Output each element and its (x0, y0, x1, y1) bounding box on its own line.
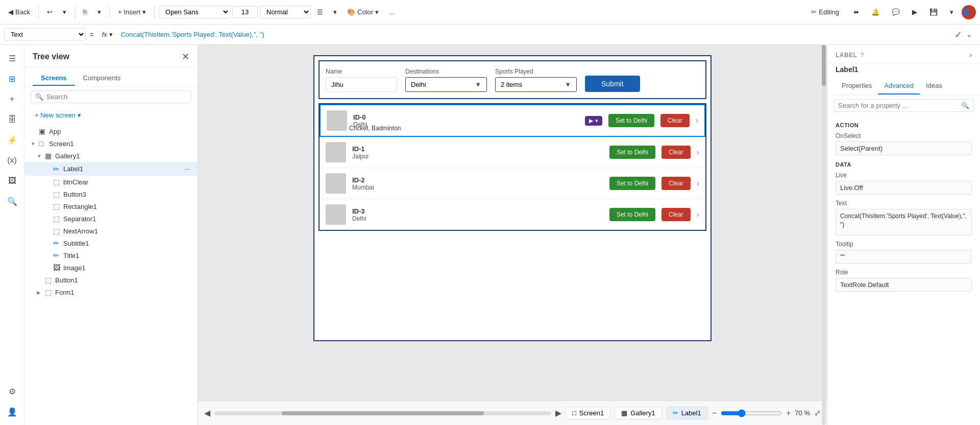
destinations-select[interactable]: Delhi ▼ (405, 77, 487, 92)
tree-item-nextarrow1[interactable]: ⬚ NextArrow1 (24, 225, 198, 237)
new-screen-button[interactable]: + New screen ▾ (31, 109, 191, 121)
label1-tab[interactable]: ✏ Label1 (666, 407, 708, 419)
clear-button-2[interactable]: Clear (662, 177, 691, 190)
tree-item-screen1[interactable]: ▼ □ Screen1 (24, 137, 198, 150)
set-delhi-button-1[interactable]: Set to Delhi (609, 146, 655, 159)
gallery-arrow-0[interactable]: › (696, 116, 698, 125)
tooltip-value[interactable]: "" (836, 250, 972, 264)
font-select[interactable]: Open Sans (159, 6, 230, 18)
chat-button[interactable]: 💬 (888, 6, 904, 18)
play-button[interactable]: ▶ (908, 6, 921, 18)
gallery-arrow-1[interactable]: › (697, 148, 699, 157)
play-badge[interactable]: ▶ ▾ (585, 116, 602, 126)
set-delhi-button-2[interactable]: Set to Delhi (609, 177, 655, 190)
right-panel-expand-button[interactable]: › (970, 51, 972, 59)
sidebar-data-icon[interactable]: 🗄 (3, 110, 21, 129)
tree-item-button1[interactable]: ⬚ Button1 (24, 274, 198, 286)
style-select[interactable]: Normal (260, 6, 311, 18)
tree-search-input[interactable] (46, 93, 187, 101)
clear-button-0[interactable]: Clear (660, 114, 690, 127)
scroll-left-button[interactable]: ◀ (204, 408, 210, 418)
formula-dropdown[interactable]: Text (4, 28, 86, 41)
more-button[interactable]: ... (385, 6, 399, 18)
insert-button[interactable]: + Insert ▾ (114, 6, 150, 18)
zoom-slider[interactable] (721, 409, 782, 417)
tree-item-separator1[interactable]: ⬚ Separator1 (24, 212, 198, 225)
label1-more-button[interactable]: ··· (184, 164, 191, 174)
tree-item-app[interactable]: ▣ App (24, 125, 198, 137)
role-value[interactable]: TextRole.Default (836, 278, 972, 292)
align-dropdown[interactable]: ▾ (329, 6, 341, 18)
sports-select[interactable]: 2 items ▼ (495, 77, 577, 92)
font-size-input[interactable] (232, 6, 258, 18)
formula-fx-button[interactable]: fx ▾ (98, 29, 117, 40)
sidebar-insert-icon[interactable]: + (3, 90, 21, 108)
text-prop-value[interactable]: Concat(ThisItem.'Sports Played', Text(Va… (836, 209, 972, 235)
sidebar-media-icon[interactable]: 🖼 (3, 172, 21, 190)
zoom-in-button[interactable]: + (786, 409, 791, 418)
color-button[interactable]: 🎨 Color ▾ (343, 6, 383, 18)
zoom-out-button[interactable]: − (712, 409, 717, 418)
user-button[interactable]: 👤 (962, 5, 976, 19)
name-input[interactable] (326, 77, 397, 92)
scroll-right-button[interactable]: ▶ (555, 408, 561, 418)
gallery-row-0[interactable]: ID-0 Delhi ▶ ▾ Cricket, Badminton Set to… (320, 104, 705, 137)
copy-dropdown[interactable]: ▾ (93, 6, 105, 18)
set-delhi-button-3[interactable]: Set to Delhi (609, 208, 655, 221)
tree-item-form1[interactable]: ▶ ⬚ Form1 (24, 286, 198, 298)
title1-icon: ✏ (53, 251, 61, 259)
tab-screens[interactable]: Screens (33, 71, 75, 86)
sidebar-user-icon[interactable]: 👤 (3, 403, 21, 421)
clear-button-1[interactable]: Clear (662, 146, 691, 159)
gallery-avatar-2 (326, 173, 346, 194)
undo-dropdown[interactable]: ▾ (59, 6, 70, 18)
tab-properties[interactable]: Properties (836, 78, 878, 95)
gallery-row-1[interactable]: ID-1 Jaipur Set to Delhi Clear › (320, 137, 705, 168)
share-button[interactable]: ⬌ (849, 6, 863, 18)
sidebar-treeview-icon[interactable]: ⊞ (3, 69, 21, 88)
gallery-row-3[interactable]: ID-3 Delhi Set to Delhi Clear › (320, 199, 705, 230)
tree-item-btnclear[interactable]: ⬚ btnClear (24, 176, 198, 188)
back-label: Back (15, 8, 30, 16)
screen1-label: Screen1 (49, 140, 191, 148)
tree-item-rectangle1[interactable]: ⬚ Rectangle1 (24, 200, 198, 212)
clear-button-3[interactable]: Clear (662, 208, 691, 221)
tree-item-subtitle1[interactable]: ✏ Subtitle1 (24, 237, 198, 249)
tree-item-label1[interactable]: ✏ Label1 ··· (24, 162, 198, 176)
undo-button[interactable]: ↩ (43, 6, 57, 18)
save-button[interactable]: 💾 (925, 6, 942, 18)
horizontal-scroll-thumb[interactable] (282, 411, 484, 415)
comment-button[interactable]: 🔔 (867, 6, 884, 18)
back-button[interactable]: ◀ Back (4, 6, 34, 18)
copy-button[interactable]: ⎘ (79, 6, 91, 18)
submit-button[interactable]: Submit (585, 76, 640, 92)
right-search-input[interactable] (838, 102, 958, 109)
editing-button[interactable]: ✏ Editing (805, 6, 845, 18)
sidebar-search-icon[interactable]: 🔍 (3, 192, 21, 210)
tree-item-title1[interactable]: ✏ Title1 (24, 249, 198, 262)
gallery1-tab[interactable]: ▦ Gallery1 (615, 407, 662, 419)
formula-expand[interactable]: ⌄ (962, 29, 976, 40)
sidebar-connections-icon[interactable]: ⚡ (3, 131, 21, 149)
align-button[interactable]: ☰ (313, 6, 327, 18)
on-select-value[interactable]: Select(Parent) (836, 141, 972, 155)
tab-ideas[interactable]: Ideas (920, 78, 948, 95)
gallery-arrow-2[interactable]: › (697, 179, 699, 188)
sidebar-variables-icon[interactable]: (x) (3, 151, 21, 170)
gallery-arrow-3[interactable]: › (697, 210, 699, 219)
gallery-row-2[interactable]: ID-2 Mumbai Set to Delhi Clear › (320, 168, 705, 199)
tree-close-button[interactable]: ✕ (182, 51, 189, 62)
tree-item-button3[interactable]: ⬚ Button3 (24, 188, 198, 200)
label-help-icon[interactable]: ? (861, 52, 864, 59)
tab-advanced[interactable]: Advanced (878, 78, 920, 95)
sidebar-menu-icon[interactable]: ☰ (3, 49, 21, 67)
tree-item-image1[interactable]: 🖼 Image1 (24, 262, 198, 274)
formula-input[interactable] (117, 29, 952, 40)
live-value[interactable]: Live.Off (836, 181, 972, 195)
tab-components[interactable]: Components (75, 71, 129, 86)
set-delhi-button-0[interactable]: Set to Delhi (608, 114, 654, 127)
screen1-tab[interactable]: □ Screen1 (566, 407, 610, 419)
tree-item-gallery1[interactable]: ▼ ▦ Gallery1 (24, 150, 198, 162)
save-dropdown[interactable]: ▾ (946, 6, 958, 18)
sidebar-settings-icon[interactable]: ⚙ (3, 382, 21, 400)
